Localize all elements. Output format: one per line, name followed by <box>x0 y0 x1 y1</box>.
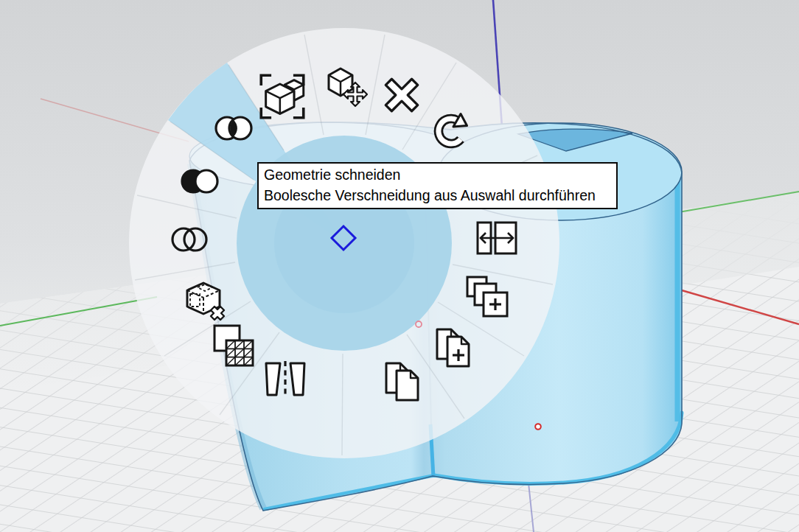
mirror-glyph <box>475 220 518 256</box>
intersect-icon[interactable] <box>210 111 257 145</box>
delete-faces-icon[interactable] <box>180 277 230 323</box>
delete-glyph <box>380 74 423 116</box>
select-bodies-icon[interactable] <box>258 72 307 121</box>
select-bodies-glyph <box>258 72 307 121</box>
mirror-icon[interactable] <box>475 220 518 256</box>
copy-plus-glyph <box>434 326 472 369</box>
array-glyph <box>465 275 509 319</box>
copy-glyph <box>383 360 422 403</box>
delete-icon[interactable] <box>380 74 423 116</box>
delete-faces-glyph <box>180 277 230 323</box>
mesh-glyph <box>212 323 257 368</box>
move-icon[interactable] <box>323 64 369 110</box>
tooltip-title: Geometrie schneiden <box>264 164 610 185</box>
tooltip: Geometrie schneiden Boolesche Verschneid… <box>257 162 618 209</box>
mesh-icon[interactable] <box>212 323 257 368</box>
union-icon[interactable] <box>168 223 211 256</box>
array-icon[interactable] <box>465 275 509 319</box>
intersect-glyph <box>210 111 257 145</box>
rotate-glyph <box>430 109 472 152</box>
split-icon[interactable] <box>263 361 307 398</box>
union-glyph <box>168 223 211 256</box>
rotate-icon[interactable] <box>430 109 472 152</box>
red-point-marker <box>535 424 541 430</box>
viewport-3d[interactable]: Geometrie schneiden Boolesche Verschneid… <box>0 0 799 532</box>
move-glyph <box>323 64 369 110</box>
split-glyph <box>263 361 307 398</box>
subtract-glyph <box>176 164 223 198</box>
copy-icon[interactable] <box>383 360 422 403</box>
tooltip-description: Boolesche Verschneidung aus Auswahl durc… <box>264 185 610 206</box>
copy-plus-icon[interactable] <box>434 326 472 369</box>
subtract-icon[interactable] <box>176 164 223 198</box>
